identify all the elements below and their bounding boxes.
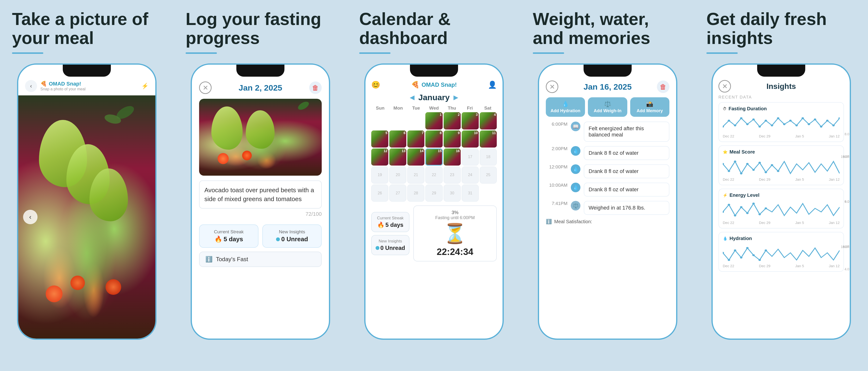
cal-day-3[interactable]: 3 — [462, 112, 479, 129]
cal-day-4[interactable]: 4 — [480, 112, 497, 129]
hourglass-icon: ⏳ — [443, 222, 467, 245]
hy-60: 60 fl — [841, 245, 849, 249]
profile-icon[interactable]: 👤 — [488, 80, 497, 89]
timeline-item-water-2: 12:00PM 💧 Drank 8 fl oz of water — [546, 164, 670, 178]
cal-day-7[interactable]: 7 — [407, 131, 424, 147]
cal-day-17[interactable]: 17 — [462, 148, 479, 166]
hydration-label: Add Hydration — [551, 108, 581, 113]
panel-weight-water: Weight, water, and memories ✕ Jan 16, 20… — [521, 0, 694, 371]
meal-photo-2 — [199, 99, 322, 176]
cal-day-26[interactable]: 26 — [371, 184, 388, 202]
fasting-chart-svg — [723, 113, 840, 133]
panel-5-underline — [706, 53, 738, 54]
app-sub-label: Snap a photo of your meal — [40, 87, 86, 91]
cal-day-10[interactable]: 10 — [462, 131, 479, 147]
fasting-duration-chart-card: ⏱ Fasting Duration — [718, 102, 844, 142]
water-icon-1: 💧 — [571, 146, 581, 156]
hydration-content: Dec 22 Dec 29 Jan 5 Jan 12 100 fl 80 fl … — [723, 243, 840, 268]
cal-day-20[interactable]: 20 — [389, 167, 406, 183]
cal-day-28[interactable]: 28 — [407, 184, 424, 202]
dot — [771, 125, 773, 126]
dot — [765, 171, 767, 173]
memory-timeline-icon: 📖 — [571, 122, 581, 131]
cal-day-18[interactable]: 18 — [480, 148, 497, 166]
cal-day-13[interactable]: 13 — [389, 148, 406, 166]
phone-3-header: 😊 🍕 OMAD Snap! 👤 — [371, 80, 497, 89]
add-hydration-btn[interactable]: 💧 Add Hydration — [546, 97, 585, 117]
trash-button-4[interactable]: 🗑 — [657, 80, 670, 93]
dot — [734, 249, 736, 251]
meal-satisfaction: ℹ️ Meal Satisfaction: — [546, 218, 670, 225]
phone-4-content: ✕ Jan 16, 2025 🗑 💧 Add Hydration ⚖️ Add … — [539, 77, 676, 339]
weighin-label: Add Weigh-In — [594, 108, 622, 113]
cal-day-14[interactable]: 14 — [407, 148, 424, 166]
cal-day-16[interactable]: 16 — [444, 148, 461, 166]
meal-score-label: Meal Score — [730, 149, 755, 155]
dot — [771, 164, 773, 166]
cal-day-2[interactable]: 2 — [444, 112, 461, 129]
unread-dot-dash — [376, 246, 379, 250]
hy-dec29: Dec 29 — [759, 264, 771, 268]
meal-image — [18, 95, 155, 339]
dot — [820, 126, 822, 128]
fasting-chart-icon: ⏱ — [723, 107, 726, 111]
phone-notch-4 — [584, 65, 632, 77]
trash-button-2[interactable]: 🗑 — [309, 81, 322, 94]
cal-next-btn[interactable]: ▶ — [454, 94, 458, 101]
insights-label: New Insights — [279, 229, 305, 235]
calendar-days: 1 2 3 4 5 6 7 8 9 10 11 12 13 14 15 — [371, 112, 497, 202]
flash-icon[interactable]: ⚡ — [142, 83, 149, 90]
cal-day-5[interactable]: 5 — [371, 131, 388, 147]
dot — [758, 213, 761, 215]
meal-score-icon: ⭐ — [723, 150, 727, 154]
date-display-2: Jan 2, 2025 — [239, 83, 282, 93]
energy-line — [723, 204, 840, 215]
meal-score-svg — [723, 157, 840, 176]
cal-day-15[interactable]: 15 — [425, 148, 442, 166]
timeline-item-weight: 7:41PM ⚖️ Weighed in at 176.8 lbs. — [546, 201, 670, 215]
cal-day-11[interactable]: 11 — [480, 131, 497, 147]
cal-day-12[interactable]: 12 — [371, 148, 388, 166]
date-jan12: Jan 12 — [829, 134, 840, 138]
today-fast-bar[interactable]: ℹ️ Today's Fast — [199, 251, 322, 267]
cal-day-19[interactable]: 19 — [371, 167, 388, 183]
dot — [727, 259, 730, 261]
close-button-5[interactable]: ✕ — [718, 80, 731, 93]
back-button[interactable]: ‹ — [25, 80, 37, 92]
add-memory-btn[interactable]: 📸 Add Memory — [630, 97, 670, 117]
cal-day-21[interactable]: 21 — [407, 167, 424, 183]
weekday-tue: Tue — [407, 105, 425, 111]
cal-day-9[interactable]: 9 — [444, 131, 461, 147]
timeline-item-memory: 6:00PM 📖 Felt energized after this balan… — [546, 122, 670, 142]
add-weighin-btn[interactable]: ⚖️ Add Weigh-In — [588, 97, 627, 117]
fasting-timer-card: 3% Fasting until 6:00PM ⏳ 22:24:34 — [413, 205, 497, 262]
cal-day-24[interactable]: 24 — [462, 167, 479, 183]
cal-day-29[interactable]: 29 — [425, 184, 442, 202]
cal-day-31[interactable]: 31 — [462, 184, 479, 202]
app-info: 🍕 OMAD Snap! Snap a photo of your meal — [40, 81, 86, 91]
back-button-overlay[interactable]: ‹ — [23, 210, 37, 224]
cal-day-23[interactable]: 23 — [444, 167, 461, 183]
panel-insights: Get daily fresh insights ✕ Insights RECE… — [694, 0, 868, 371]
cal-day-8[interactable]: 8 — [425, 131, 442, 147]
panel-3-title: Calendar & dashboard — [359, 10, 509, 47]
energy-level-chart-card: ⚡ Energy Level — [718, 189, 844, 229]
cal-day-27[interactable]: 27 — [389, 184, 406, 202]
app-name: OMAD Snap! — [49, 81, 81, 87]
cal-day-25[interactable]: 25 — [480, 167, 497, 183]
insights-card: New Insights 0 Unread — [262, 225, 322, 248]
cal-day-1[interactable]: 1 — [425, 112, 442, 129]
close-button-2[interactable]: ✕ — [199, 81, 212, 94]
cal-day-30[interactable]: 30 — [444, 184, 461, 202]
close-button-4[interactable]: ✕ — [546, 80, 558, 93]
meal-description-box[interactable]: Avocado toast over pureed beets with a s… — [199, 180, 322, 209]
panel-log-fasting: Log your fasting progress ✕ Jan 2, 2025 … — [174, 0, 347, 371]
app-logo-icon: 🍕 — [40, 81, 47, 87]
water-icon-3: 💧 — [571, 182, 581, 192]
cal-day-22[interactable]: 22 — [425, 167, 442, 183]
cal-prev-btn[interactable]: ◀ — [410, 94, 414, 101]
phone-notch-5 — [757, 65, 805, 77]
hydration-chart-area: Dec 22 Dec 29 Jan 5 Jan 12 — [723, 243, 840, 268]
cal-day-6[interactable]: 6 — [389, 131, 406, 147]
fasting-timer: 22:24:34 — [437, 247, 473, 257]
